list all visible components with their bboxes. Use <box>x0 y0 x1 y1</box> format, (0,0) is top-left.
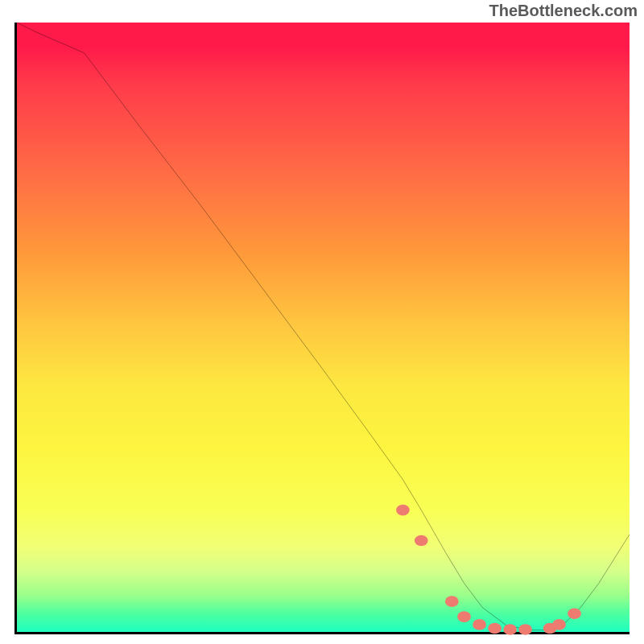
marker-dot <box>518 624 532 635</box>
marker-dot <box>396 505 410 516</box>
curve-markers <box>396 505 581 635</box>
bottleneck-curve <box>17 23 630 630</box>
marker-dot <box>568 608 581 619</box>
marker-dot <box>503 624 517 635</box>
marker-dot <box>457 611 471 622</box>
chart-plot-area <box>14 23 630 634</box>
marker-dot <box>415 535 428 547</box>
marker-dot <box>552 619 566 630</box>
attribution-text: TheBottleneck.com <box>489 2 638 20</box>
marker-dot <box>488 623 502 634</box>
marker-dot <box>445 596 459 607</box>
marker-dot <box>473 619 486 630</box>
chart-svg <box>17 23 630 632</box>
